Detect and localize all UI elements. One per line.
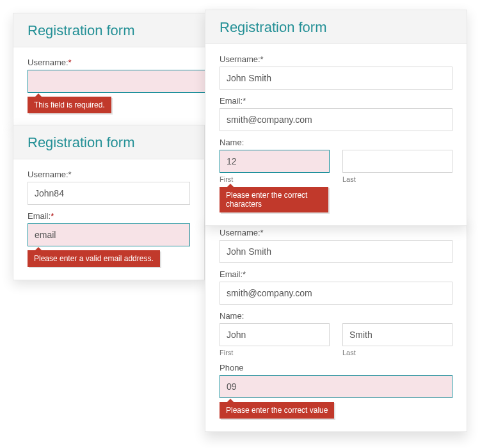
username-input[interactable]: [220, 67, 452, 90]
username-label: Username:*: [220, 54, 452, 64]
email-label: Email:*: [28, 211, 190, 221]
error-tooltip: Please enter the correct value: [220, 402, 334, 419]
form-card-name-error: Registration form Username:* Email:* Nam…: [205, 10, 467, 226]
email-input[interactable]: [220, 282, 452, 305]
error-tooltip: This field is required.: [28, 97, 111, 113]
first-name-input[interactable]: [220, 323, 330, 346]
email-input[interactable]: [28, 223, 190, 246]
name-row: First Please enter the correct character…: [220, 150, 452, 212]
first-sublabel: First: [220, 349, 330, 356]
phone-label: Phone: [220, 363, 452, 372]
form-title: Registration form: [205, 10, 467, 44]
email-label: Email:*: [220, 269, 452, 279]
form-card-phone-error: Username:* Email:* Name: First Last Phon…: [205, 218, 467, 432]
phone-input[interactable]: [220, 375, 452, 398]
form-card-invalid-email: Registration form Username:* Email:* Ple…: [13, 125, 205, 280]
tooltip-arrow-icon: [227, 399, 234, 402]
form-body: Username:* Email:* Name: First Please en…: [205, 44, 467, 225]
tooltip-arrow-icon: [35, 93, 42, 97]
last-name-input[interactable]: [342, 150, 452, 173]
first-sublabel: First: [220, 175, 330, 183]
username-label: Username:*: [220, 228, 452, 237]
form-title: Registration form: [13, 125, 204, 159]
last-sublabel: Last: [342, 349, 452, 356]
last-sublabel: Last: [342, 175, 452, 183]
form-body: Username:* Email:* Please enter a valid …: [13, 159, 204, 280]
username-label: Username:*: [28, 170, 190, 179]
form-body: Username:* Email:* Name: First Last Phon…: [205, 218, 467, 431]
first-name-input[interactable]: [220, 150, 330, 173]
tooltip-arrow-icon: [227, 184, 234, 187]
error-tooltip: Please enter a valid email address.: [28, 250, 160, 267]
email-label: Email:*: [220, 96, 452, 106]
error-tooltip: Please enter the correct characters: [220, 187, 328, 212]
name-label: Name:: [220, 138, 452, 147]
username-input[interactable]: [28, 182, 190, 205]
required-star: *: [51, 211, 54, 221]
username-input[interactable]: [220, 240, 452, 263]
required-star: *: [68, 58, 72, 67]
tooltip-arrow-icon: [35, 247, 42, 250]
last-name-input[interactable]: [342, 323, 452, 346]
name-row: First Last: [220, 323, 452, 356]
email-input[interactable]: [220, 108, 452, 131]
name-label: Name:: [220, 311, 452, 321]
